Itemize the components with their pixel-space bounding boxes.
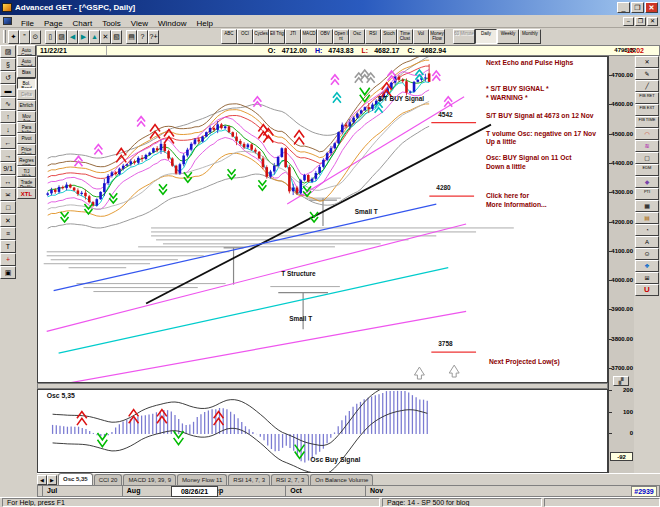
mdi-minimize-button[interactable]: − (623, 17, 634, 26)
study-button-stoch[interactable]: Stoch (381, 29, 397, 44)
study-button-osc[interactable]: Osc (349, 29, 365, 44)
delete-icon[interactable]: ✕ (100, 30, 111, 44)
sidebar-study-auto-gann[interactable]: Auto Gann (17, 45, 36, 56)
tab-rsi-2-7-3[interactable]: RSI 2, 7, 3 (271, 474, 309, 485)
ellipse-tool[interactable]: ◠ (635, 128, 659, 140)
study-button-money-flow[interactable]: Money Flow (429, 29, 445, 44)
time-axis[interactable]: JulAugSepOctNov08/26/21#2939 (37, 485, 660, 497)
pti-indicator[interactable]: PTI (635, 188, 659, 200)
draw-lines-icon[interactable]: ≡ (0, 227, 16, 240)
close-button[interactable]: ✕ (645, 2, 658, 13)
grid-tool[interactable]: ⊞ (635, 272, 659, 284)
study-button-jti[interactable]: JTI (285, 29, 301, 44)
mdi-close-button[interactable]: ✕ (647, 17, 658, 26)
refresh-chart-icon[interactable]: ▧ (111, 30, 122, 44)
click-here-annotation[interactable]: Click here for (486, 192, 530, 199)
sidebar-study-mov-avg[interactable]: Mov Avg (17, 111, 36, 122)
abc-labels-icon[interactable]: § (0, 58, 16, 71)
arrow-up-icon[interactable]: ↑ (0, 110, 16, 123)
help-icon[interactable]: ? (137, 30, 148, 44)
sidebar-study-ehrlich[interactable]: Ehrlich (17, 100, 36, 111)
text-tool[interactable]: A (635, 236, 659, 248)
sidebar-study-xtl[interactable]: XTL (17, 188, 36, 199)
quote-icon[interactable]: ” (19, 30, 30, 44)
sidebar-study-bol-band[interactable]: Bol. Band (17, 78, 36, 89)
arrow-left-icon[interactable]: ← (0, 136, 16, 149)
update-button[interactable]: U (635, 284, 659, 296)
study-button-abc[interactable]: ABC (221, 29, 237, 44)
tab-money-flow-11[interactable]: Money Flow 11 (177, 474, 227, 485)
drop-reset-icon[interactable]: ↺ (0, 71, 16, 84)
open-folder-icon[interactable]: ▨ (56, 30, 67, 44)
chart-document-icon[interactable] (3, 17, 12, 25)
pencil-tool[interactable]: ✎ (635, 68, 659, 80)
open-chart-icon[interactable]: ▨ (0, 45, 16, 58)
tab-rsi-14-7-3[interactable]: RSI 14, 7, 3 (228, 474, 270, 485)
box-select-icon[interactable]: □ (0, 201, 16, 214)
sidebar-study-t-j-web[interactable]: T/J Web (17, 166, 36, 177)
palette-tool[interactable]: ❖ (635, 260, 659, 272)
oscillator-chart[interactable]: Osc 5,35Osc Buy Signal (37, 389, 608, 473)
interval-button-monthly[interactable]: Monthly (519, 29, 541, 44)
restore-button[interactable]: ❐ (631, 2, 644, 13)
erase-lines-icon[interactable]: ✕ (0, 214, 16, 227)
tab-macd-19-39-9[interactable]: MACD 19, 39, 9 (123, 474, 176, 485)
snapshot-icon[interactable]: ▣ (0, 266, 16, 279)
sidebar-study-price-clust[interactable]: Price Clust (17, 144, 36, 155)
interval-button-60-minute[interactable]: 60 Minute (453, 29, 475, 44)
mob-tool[interactable]: ◆ (635, 176, 659, 188)
arrow-down-icon[interactable]: ↓ (0, 123, 16, 136)
sidebar-study-regres-sion[interactable]: Regres sion (17, 155, 36, 166)
fib-time-tool[interactable]: FIB TIME (635, 116, 659, 128)
arrow-right-icon[interactable]: → (0, 149, 16, 162)
expand-bars-icon[interactable]: ↔ (0, 175, 16, 188)
mdi-restore-button[interactable]: ❐ (635, 17, 646, 26)
tab-scroll-right[interactable]: ▶ (47, 475, 57, 485)
toolbar-grip[interactable] (3, 30, 6, 43)
tab-osc-5-35[interactable]: Osc 5,35 (58, 473, 93, 485)
pushpin-icon[interactable]: ✦ (8, 30, 19, 44)
rectangle-tool[interactable]: ▢ (635, 152, 659, 164)
click-here-annotation[interactable]: More Information... (486, 201, 547, 208)
trend-line[interactable] (59, 268, 449, 353)
price-axis[interactable]: 4700.004600.004500.004400.004300.004200.… (608, 56, 634, 473)
price-chart[interactable]: S/T BUY SignalSmall TT StructureSmall T4… (37, 56, 608, 383)
tab-scroll-left[interactable]: ◀ (37, 475, 47, 485)
page-up-icon[interactable]: ▲ (89, 30, 100, 44)
add-cross-icon[interactable]: + (0, 253, 16, 266)
elliott-icon[interactable]: ∿ (0, 97, 16, 110)
tab-on-balance-volume[interactable]: On Balance Volume (310, 474, 373, 485)
study-button-rsi[interactable]: RSI (365, 29, 381, 44)
time-clock-tool[interactable]: ◔ (635, 224, 659, 236)
study-button-time-clust[interactable]: Time Clust (397, 29, 413, 44)
interval-button-weekly[interactable]: Weekly (497, 29, 519, 44)
edm-tool[interactable]: EDM (635, 164, 659, 176)
axis-tool-icon[interactable]: ▞ (613, 376, 629, 386)
sidebar-study-para-bolic[interactable]: Para bolic (17, 122, 36, 133)
search-icon[interactable]: ⊙ (30, 30, 41, 44)
interval-button-daily[interactable]: Daily (475, 29, 497, 44)
study-button-ell-trig[interactable]: Ell Trig (269, 29, 285, 44)
study-button-vol[interactable]: Vol (413, 29, 429, 44)
fib-extension-tool[interactable]: FIB EXT (635, 104, 659, 116)
elliott-table-tool[interactable]: ▦ (635, 200, 659, 212)
sidebar-study-bias[interactable]: Bias (17, 67, 36, 78)
sidebar-study-delta[interactable]: Delta (17, 89, 36, 100)
gann-fan-tool[interactable]: ≋ (635, 140, 659, 152)
new-chart-icon[interactable]: ▯ (45, 30, 56, 44)
print-icon[interactable]: ▤ (126, 30, 137, 44)
forward-icon[interactable]: ▶ (78, 30, 89, 44)
trend-line[interactable] (47, 311, 466, 383)
t-tool-icon[interactable]: T (0, 240, 16, 253)
compress-bars-icon[interactable]: ≍ (0, 188, 16, 201)
sidebar-study-pivot[interactable]: Pivot (17, 133, 36, 144)
study-button-open-int[interactable]: Open Int (333, 29, 349, 44)
profile-bars-tool[interactable]: ▤ (635, 212, 659, 224)
context-help-icon[interactable]: ?+ (148, 30, 159, 44)
study-button-cycles[interactable]: Cycles (253, 29, 269, 44)
sidebar-study-auto-trend[interactable]: Auto Trend (17, 56, 36, 67)
trendline-tool[interactable]: ╱ (635, 80, 659, 92)
study-button-oci[interactable]: OCI (237, 29, 253, 44)
crosshair-tool[interactable]: ✕ (635, 56, 659, 68)
minimize-button[interactable]: _ (617, 2, 630, 13)
